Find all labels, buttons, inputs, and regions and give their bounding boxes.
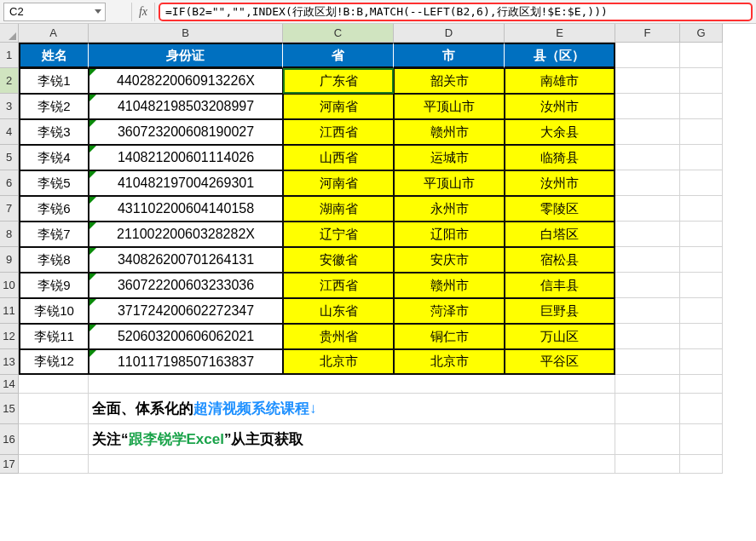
name-cell[interactable]: 李锐10: [19, 298, 89, 324]
province-cell[interactable]: 江西省: [283, 273, 394, 298]
name-cell[interactable]: 李锐2: [19, 94, 89, 119]
empty-cell[interactable]: [19, 375, 89, 394]
empty-cell[interactable]: [89, 455, 615, 474]
city-cell[interactable]: 赣州市: [394, 119, 505, 145]
col-head-F[interactable]: F: [615, 24, 680, 43]
empty-cell[interactable]: [615, 170, 680, 196]
empty-cell[interactable]: [680, 424, 723, 455]
name-cell[interactable]: 李锐3: [19, 119, 89, 145]
empty-cell[interactable]: [615, 455, 680, 474]
id-cell[interactable]: 410482198503208997: [89, 94, 283, 119]
empty-cell[interactable]: [19, 455, 89, 474]
empty-cell[interactable]: [680, 196, 723, 222]
empty-cell[interactable]: [680, 43, 723, 68]
table-header[interactable]: 身份证: [89, 43, 283, 68]
id-cell[interactable]: 21100220060328282X: [89, 222, 283, 247]
row-head-6[interactable]: 6: [0, 170, 19, 196]
province-cell[interactable]: 江西省: [283, 119, 394, 145]
city-cell[interactable]: 北京市: [394, 349, 505, 375]
district-cell[interactable]: 信丰县: [505, 273, 615, 298]
cells-area[interactable]: 姓名身份证省市县（区）李锐144028220060913226X广东省韶关市南雄…: [19, 43, 723, 474]
insert-function-button[interactable]: fx: [131, 3, 155, 21]
name-cell[interactable]: 李锐12: [19, 349, 89, 375]
district-cell[interactable]: 南雄市: [505, 68, 615, 94]
name-box[interactable]: C2: [3, 3, 106, 21]
city-cell[interactable]: 赣州市: [394, 273, 505, 298]
empty-cell[interactable]: [680, 94, 723, 119]
id-cell[interactable]: 340826200701264131: [89, 247, 283, 273]
empty-cell[interactable]: [680, 273, 723, 298]
col-head-B[interactable]: B: [89, 24, 283, 43]
name-cell[interactable]: 李锐1: [19, 68, 89, 94]
district-cell[interactable]: 临猗县: [505, 145, 615, 170]
table-header[interactable]: 省: [283, 43, 394, 68]
empty-cell[interactable]: [615, 43, 680, 68]
empty-cell[interactable]: [680, 222, 723, 247]
empty-cell[interactable]: [680, 324, 723, 349]
empty-cell[interactable]: [615, 349, 680, 375]
id-cell[interactable]: 44028220060913226X: [89, 68, 283, 94]
province-cell[interactable]: 贵州省: [283, 324, 394, 349]
city-cell[interactable]: 永州市: [394, 196, 505, 222]
empty-cell[interactable]: [615, 196, 680, 222]
row-head-2[interactable]: 2: [0, 68, 19, 94]
empty-cell[interactable]: [615, 94, 680, 119]
empty-cell[interactable]: [615, 375, 680, 394]
empty-cell[interactable]: [680, 68, 723, 94]
district-cell[interactable]: 大余县: [505, 119, 615, 145]
name-cell[interactable]: 李锐9: [19, 273, 89, 298]
empty-cell[interactable]: [615, 145, 680, 170]
district-cell[interactable]: 零陵区: [505, 196, 615, 222]
table-header[interactable]: 市: [394, 43, 505, 68]
row-head-17[interactable]: 17: [0, 455, 19, 474]
empty-cell[interactable]: [615, 273, 680, 298]
col-head-A[interactable]: A: [19, 24, 89, 43]
row-head-5[interactable]: 5: [0, 145, 19, 170]
name-cell[interactable]: 李锐11: [19, 324, 89, 349]
col-head-E[interactable]: E: [505, 24, 615, 43]
province-cell[interactable]: 河南省: [283, 94, 394, 119]
city-cell[interactable]: 铜仁市: [394, 324, 505, 349]
empty-cell[interactable]: [680, 349, 723, 375]
province-cell[interactable]: 辽宁省: [283, 222, 394, 247]
empty-cell[interactable]: [19, 424, 89, 455]
province-cell[interactable]: 山东省: [283, 298, 394, 324]
name-cell[interactable]: 李锐5: [19, 170, 89, 196]
empty-cell[interactable]: [615, 247, 680, 273]
name-cell[interactable]: 李锐7: [19, 222, 89, 247]
province-cell[interactable]: 北京市: [283, 349, 394, 375]
empty-cell[interactable]: [680, 455, 723, 474]
empty-cell[interactable]: [615, 119, 680, 145]
city-cell[interactable]: 安庆市: [394, 247, 505, 273]
row-head-16[interactable]: 16: [0, 424, 19, 455]
empty-cell[interactable]: [615, 222, 680, 247]
formula-input[interactable]: =IF(B2="","",INDEX(行政区划!B:B,MATCH(--LEFT…: [159, 3, 753, 21]
select-all-corner[interactable]: [0, 24, 19, 43]
row-head-1[interactable]: 1: [0, 43, 19, 68]
province-cell[interactable]: 河南省: [283, 170, 394, 196]
city-cell[interactable]: 平顶山市: [394, 170, 505, 196]
city-cell[interactable]: 辽阳市: [394, 222, 505, 247]
empty-cell[interactable]: [680, 145, 723, 170]
row-head-7[interactable]: 7: [0, 196, 19, 222]
row-head-15[interactable]: 15: [0, 394, 19, 424]
empty-cell[interactable]: [680, 247, 723, 273]
empty-cell[interactable]: [615, 394, 680, 424]
district-cell[interactable]: 白塔区: [505, 222, 615, 247]
province-cell[interactable]: 湖南省: [283, 196, 394, 222]
district-cell[interactable]: 汝州市: [505, 94, 615, 119]
empty-cell[interactable]: [19, 394, 89, 424]
district-cell[interactable]: 巨野县: [505, 298, 615, 324]
col-head-C[interactable]: C: [283, 24, 394, 43]
empty-cell[interactable]: [680, 170, 723, 196]
row-head-8[interactable]: 8: [0, 222, 19, 247]
district-cell[interactable]: 平谷区: [505, 349, 615, 375]
district-cell[interactable]: 宿松县: [505, 247, 615, 273]
id-cell[interactable]: 410482197004269301: [89, 170, 283, 196]
empty-cell[interactable]: [615, 68, 680, 94]
empty-cell[interactable]: [615, 298, 680, 324]
id-cell[interactable]: 360723200608190027: [89, 119, 283, 145]
district-cell[interactable]: 汝州市: [505, 170, 615, 196]
province-cell[interactable]: 山西省: [283, 145, 394, 170]
province-cell[interactable]: 广东省: [283, 68, 394, 94]
